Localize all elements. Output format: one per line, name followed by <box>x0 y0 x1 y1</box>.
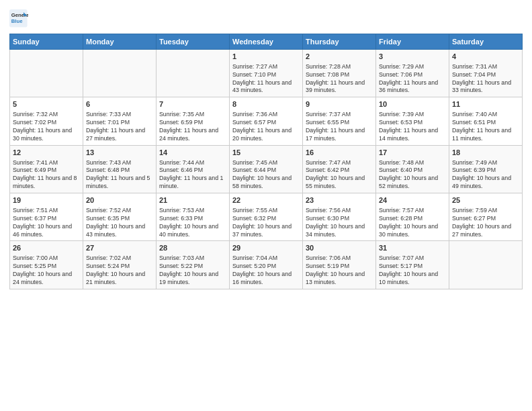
day-number: 27 <box>86 243 153 253</box>
day-info: Sunrise: 7:47 AM Sunset: 6:42 PM Dayligh… <box>306 159 373 191</box>
day-number: 14 <box>159 148 226 158</box>
calendar-cell: 31Sunrise: 7:07 AM Sunset: 5:17 PM Dayli… <box>376 241 449 289</box>
day-number: 19 <box>13 195 80 205</box>
day-number: 5 <box>13 99 80 109</box>
calendar-cell: 27Sunrise: 7:02 AM Sunset: 5:24 PM Dayli… <box>83 241 157 289</box>
logo: General Blue <box>9 9 28 28</box>
day-info: Sunrise: 7:44 AM Sunset: 6:46 PM Dayligh… <box>159 159 226 191</box>
calendar-cell: 25Sunrise: 7:59 AM Sunset: 6:27 PM Dayli… <box>449 193 523 241</box>
weekday-header-friday: Friday <box>376 34 449 50</box>
day-info: Sunrise: 7:55 AM Sunset: 6:32 PM Dayligh… <box>232 207 300 239</box>
day-number: 29 <box>232 243 300 253</box>
day-info: Sunrise: 7:33 AM Sunset: 7:01 PM Dayligh… <box>86 111 153 143</box>
day-info: Sunrise: 7:35 AM Sunset: 6:59 PM Dayligh… <box>159 111 226 143</box>
calendar-cell: 10Sunrise: 7:39 AM Sunset: 6:53 PM Dayli… <box>376 97 449 145</box>
day-info: Sunrise: 7:03 AM Sunset: 5:22 PM Dayligh… <box>159 255 226 287</box>
calendar-cell: 1Sunrise: 7:27 AM Sunset: 7:10 PM Daylig… <box>230 50 303 97</box>
day-number: 3 <box>379 52 446 62</box>
day-info: Sunrise: 7:57 AM Sunset: 6:28 PM Dayligh… <box>379 207 446 239</box>
calendar-cell: 7Sunrise: 7:35 AM Sunset: 6:59 PM Daylig… <box>157 97 230 145</box>
calendar-week-4: 19Sunrise: 7:51 AM Sunset: 6:37 PM Dayli… <box>10 193 523 241</box>
day-number: 4 <box>452 52 519 62</box>
day-number: 9 <box>306 99 373 109</box>
calendar-cell: 26Sunrise: 7:00 AM Sunset: 5:25 PM Dayli… <box>10 241 83 289</box>
day-info: Sunrise: 7:52 AM Sunset: 6:35 PM Dayligh… <box>86 207 153 239</box>
calendar-cell: 23Sunrise: 7:56 AM Sunset: 6:30 PM Dayli… <box>303 193 376 241</box>
day-info: Sunrise: 7:59 AM Sunset: 6:27 PM Dayligh… <box>452 207 519 239</box>
day-info: Sunrise: 7:04 AM Sunset: 5:20 PM Dayligh… <box>232 255 300 287</box>
day-number: 20 <box>86 195 153 205</box>
day-number: 6 <box>86 99 153 109</box>
day-number: 17 <box>379 148 446 158</box>
calendar-table: SundayMondayTuesdayWednesdayThursdayFrid… <box>9 34 523 289</box>
day-info: Sunrise: 7:32 AM Sunset: 7:02 PM Dayligh… <box>13 111 80 143</box>
calendar-week-2: 5Sunrise: 7:32 AM Sunset: 7:02 PM Daylig… <box>10 97 523 145</box>
calendar-cell: 22Sunrise: 7:55 AM Sunset: 6:32 PM Dayli… <box>230 193 303 241</box>
calendar-cell: 28Sunrise: 7:03 AM Sunset: 5:22 PM Dayli… <box>157 241 230 289</box>
day-number: 28 <box>159 243 226 253</box>
calendar-cell: 4Sunrise: 7:31 AM Sunset: 7:04 PM Daylig… <box>449 50 523 97</box>
day-number: 10 <box>379 99 446 109</box>
day-info: Sunrise: 7:31 AM Sunset: 7:04 PM Dayligh… <box>452 63 519 95</box>
calendar-cell: 24Sunrise: 7:57 AM Sunset: 6:28 PM Dayli… <box>376 193 449 241</box>
weekday-header-thursday: Thursday <box>303 34 376 50</box>
weekday-header-saturday: Saturday <box>449 34 523 50</box>
day-number: 7 <box>159 99 226 109</box>
day-info: Sunrise: 7:45 AM Sunset: 6:44 PM Dayligh… <box>232 159 300 191</box>
day-number: 16 <box>306 148 373 158</box>
weekday-header-monday: Monday <box>83 34 157 50</box>
logo-icon: General Blue <box>9 9 28 28</box>
day-info: Sunrise: 7:41 AM Sunset: 6:49 PM Dayligh… <box>13 159 80 191</box>
calendar-week-5: 26Sunrise: 7:00 AM Sunset: 5:25 PM Dayli… <box>10 241 523 289</box>
day-info: Sunrise: 7:27 AM Sunset: 7:10 PM Dayligh… <box>232 63 300 95</box>
calendar-cell <box>83 50 157 97</box>
svg-text:Blue: Blue <box>11 18 23 24</box>
day-number: 31 <box>379 243 446 253</box>
weekday-header-sunday: Sunday <box>10 34 83 50</box>
day-info: Sunrise: 7:53 AM Sunset: 6:33 PM Dayligh… <box>159 207 226 239</box>
weekday-header-wednesday: Wednesday <box>230 34 303 50</box>
day-info: Sunrise: 7:36 AM Sunset: 6:57 PM Dayligh… <box>232 111 300 143</box>
calendar-cell: 19Sunrise: 7:51 AM Sunset: 6:37 PM Dayli… <box>10 193 83 241</box>
calendar-week-3: 12Sunrise: 7:41 AM Sunset: 6:49 PM Dayli… <box>10 145 523 193</box>
day-number: 18 <box>452 148 519 158</box>
calendar-cell: 18Sunrise: 7:49 AM Sunset: 6:39 PM Dayli… <box>449 145 523 193</box>
day-number: 15 <box>232 148 300 158</box>
day-info: Sunrise: 7:40 AM Sunset: 6:51 PM Dayligh… <box>452 111 519 143</box>
day-info: Sunrise: 7:37 AM Sunset: 6:55 PM Dayligh… <box>306 111 373 143</box>
day-info: Sunrise: 7:51 AM Sunset: 6:37 PM Dayligh… <box>13 207 80 239</box>
day-number: 12 <box>13 148 80 158</box>
day-info: Sunrise: 7:07 AM Sunset: 5:17 PM Dayligh… <box>379 255 446 287</box>
day-info: Sunrise: 7:39 AM Sunset: 6:53 PM Dayligh… <box>379 111 446 143</box>
calendar-cell: 12Sunrise: 7:41 AM Sunset: 6:49 PM Dayli… <box>10 145 83 193</box>
day-number: 25 <box>452 195 519 205</box>
day-info: Sunrise: 7:49 AM Sunset: 6:39 PM Dayligh… <box>452 159 519 191</box>
day-number: 11 <box>452 99 519 109</box>
day-info: Sunrise: 7:56 AM Sunset: 6:30 PM Dayligh… <box>306 207 373 239</box>
day-number: 30 <box>306 243 373 253</box>
day-info: Sunrise: 7:28 AM Sunset: 7:08 PM Dayligh… <box>306 63 373 95</box>
calendar-cell <box>10 50 83 97</box>
page-header: General Blue <box>9 7 523 28</box>
day-number: 23 <box>306 195 373 205</box>
day-info: Sunrise: 7:48 AM Sunset: 6:40 PM Dayligh… <box>379 159 446 191</box>
page-container: General Blue SundayMondayTuesdayWednesda… <box>0 0 532 296</box>
day-number: 1 <box>232 52 300 62</box>
calendar-week-1: 1Sunrise: 7:27 AM Sunset: 7:10 PM Daylig… <box>10 50 523 97</box>
day-info: Sunrise: 7:29 AM Sunset: 7:06 PM Dayligh… <box>379 63 446 95</box>
calendar-cell: 13Sunrise: 7:43 AM Sunset: 6:48 PM Dayli… <box>83 145 157 193</box>
weekday-header-tuesday: Tuesday <box>157 34 230 50</box>
day-number: 24 <box>379 195 446 205</box>
day-info: Sunrise: 7:02 AM Sunset: 5:24 PM Dayligh… <box>86 255 153 287</box>
calendar-cell: 20Sunrise: 7:52 AM Sunset: 6:35 PM Dayli… <box>83 193 157 241</box>
day-number: 2 <box>306 52 373 62</box>
calendar-cell: 17Sunrise: 7:48 AM Sunset: 6:40 PM Dayli… <box>376 145 449 193</box>
calendar-cell: 8Sunrise: 7:36 AM Sunset: 6:57 PM Daylig… <box>230 97 303 145</box>
day-number: 21 <box>159 195 226 205</box>
calendar-cell: 9Sunrise: 7:37 AM Sunset: 6:55 PM Daylig… <box>303 97 376 145</box>
calendar-cell: 5Sunrise: 7:32 AM Sunset: 7:02 PM Daylig… <box>10 97 83 145</box>
calendar-cell: 21Sunrise: 7:53 AM Sunset: 6:33 PM Dayli… <box>157 193 230 241</box>
day-info: Sunrise: 7:43 AM Sunset: 6:48 PM Dayligh… <box>86 159 153 191</box>
day-number: 26 <box>13 243 80 253</box>
calendar-cell: 14Sunrise: 7:44 AM Sunset: 6:46 PM Dayli… <box>157 145 230 193</box>
